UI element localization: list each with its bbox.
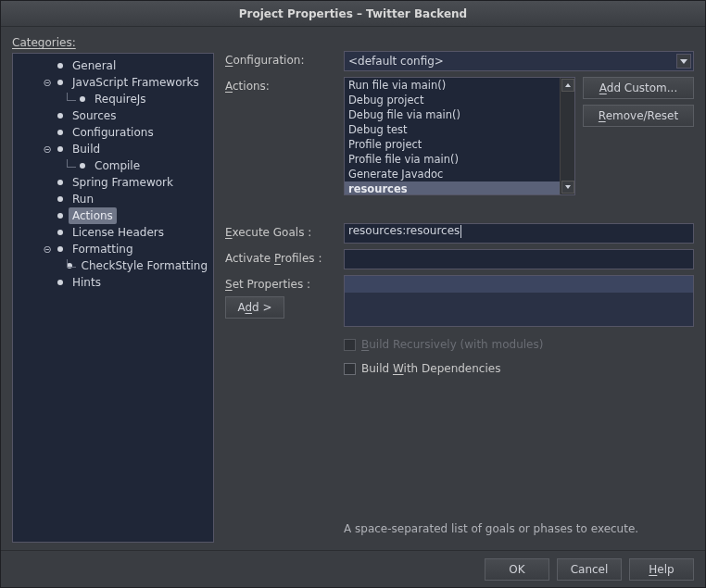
tree-node[interactable]: License Headers — [15, 224, 211, 241]
help-button[interactable]: Help — [629, 558, 694, 581]
tree-node-label[interactable]: General — [69, 57, 120, 74]
checkbox-icon[interactable] — [344, 363, 356, 375]
configuration-label: Configuration: — [225, 51, 336, 67]
tree-node[interactable]: JavaScript Frameworks — [15, 74, 211, 91]
tree-node-label[interactable]: Compile — [91, 157, 144, 174]
categories-tree[interactable]: GeneralJavaScript FrameworksRequireJsSou… — [12, 53, 214, 543]
actions-listbox[interactable]: Run file via main()Debug projectDebug fi… — [344, 77, 575, 195]
bullet-icon — [57, 280, 63, 285]
tree-branch-icon — [63, 93, 78, 106]
bullet-icon — [57, 230, 63, 235]
build-with-dependencies-checkbox[interactable]: Build With Dependencies — [344, 362, 694, 375]
bullet-icon — [57, 113, 63, 119]
listbox-item[interactable]: Run file via main() — [345, 78, 560, 93]
tree-node[interactable]: RequireJs — [15, 91, 211, 107]
listbox-item[interactable]: Profile file via main() — [345, 152, 560, 167]
tree-node-label[interactable]: CheckStyle Formatting — [78, 257, 211, 274]
configuration-value: <default config> — [348, 55, 444, 68]
remove-reset-button[interactable]: Remove/Reset — [583, 105, 694, 127]
bullet-icon — [57, 246, 63, 252]
bullet-icon — [57, 80, 63, 85]
cancel-button[interactable]: Cancel — [557, 558, 622, 581]
tree-node[interactable]: General — [15, 57, 211, 74]
actions-label: Actions: — [225, 77, 336, 93]
tree-node[interactable]: Formatting — [15, 241, 211, 257]
bullet-icon — [57, 180, 63, 185]
bullet-icon — [57, 213, 63, 219]
tree-node-label[interactable]: Build — [69, 141, 104, 157]
window-title: Project Properties – Twitter Backend — [1, 1, 705, 27]
execute-goals-label: Execute Goals : — [225, 223, 336, 239]
listbox-item[interactable]: resources — [345, 181, 560, 195]
listbox-item[interactable]: Debug file via main() — [345, 107, 560, 122]
ok-button[interactable]: OK — [485, 558, 549, 581]
tree-node[interactable]: Build — [15, 141, 211, 157]
expand-icon[interactable] — [41, 143, 54, 156]
checkbox-icon — [344, 339, 356, 351]
tree-node[interactable]: Actions — [15, 207, 211, 224]
activate-profiles-label: Activate Profiles : — [225, 249, 336, 265]
tree-branch-icon — [63, 259, 65, 272]
add-custom-button[interactable]: Add Custom... — [583, 77, 694, 99]
activate-profiles-input[interactable] — [344, 249, 694, 269]
scroll-down-icon[interactable] — [561, 181, 574, 194]
tree-node[interactable]: Sources — [15, 107, 211, 124]
tree-node[interactable]: Hints — [15, 274, 211, 291]
expand-icon[interactable] — [41, 76, 54, 89]
build-recursively-checkbox: Build Recursively (with modules) — [344, 338, 694, 351]
tree-branch-icon — [63, 159, 78, 172]
tree-node[interactable]: CheckStyle Formatting — [15, 257, 211, 274]
tree-node-label[interactable]: RequireJs — [91, 91, 150, 107]
tree-node-label[interactable]: Sources — [69, 107, 120, 124]
configuration-combo[interactable]: <default config> — [344, 51, 694, 71]
bullet-icon — [80, 163, 85, 169]
execute-goals-input[interactable]: resources:resources — [344, 223, 694, 244]
tree-node[interactable]: Compile — [15, 157, 211, 174]
listbox-item[interactable]: Debug test — [345, 122, 560, 137]
scroll-up-icon[interactable] — [561, 79, 574, 92]
hint-text: A space-separated list of goals or phase… — [344, 522, 694, 543]
tree-node-label[interactable]: JavaScript Frameworks — [69, 74, 203, 91]
tree-node[interactable]: Run — [15, 191, 211, 207]
tree-node-label[interactable]: Run — [69, 191, 97, 207]
tree-node-label[interactable]: Actions — [69, 207, 117, 224]
set-properties-label: Set Properties : — [225, 275, 336, 291]
bullet-icon — [57, 146, 63, 152]
bullet-icon — [57, 196, 63, 202]
listbox-item[interactable]: Debug project — [345, 93, 560, 107]
bullet-icon — [57, 130, 63, 135]
tree-node[interactable]: Configurations — [15, 124, 211, 141]
tree-node-label[interactable]: Hints — [69, 274, 105, 291]
tree-node[interactable]: Spring Framework — [15, 174, 211, 191]
expand-icon[interactable] — [41, 243, 54, 256]
scrollbar[interactable] — [560, 78, 574, 194]
add-property-button[interactable]: Add > — [225, 296, 284, 319]
properties-area[interactable] — [344, 275, 694, 327]
tree-node-label[interactable]: Spring Framework — [69, 174, 177, 191]
bullet-icon — [57, 63, 63, 69]
chevron-down-icon[interactable] — [676, 54, 691, 69]
tree-node-label[interactable]: Formatting — [69, 241, 137, 257]
tree-node-label[interactable]: Configurations — [69, 124, 158, 141]
tree-node-label[interactable]: License Headers — [69, 224, 168, 241]
categories-label: Categories: — [12, 36, 214, 49]
listbox-item[interactable]: Generate Javadoc — [345, 167, 560, 181]
listbox-item[interactable]: Profile project — [345, 137, 560, 152]
bullet-icon — [80, 96, 85, 102]
